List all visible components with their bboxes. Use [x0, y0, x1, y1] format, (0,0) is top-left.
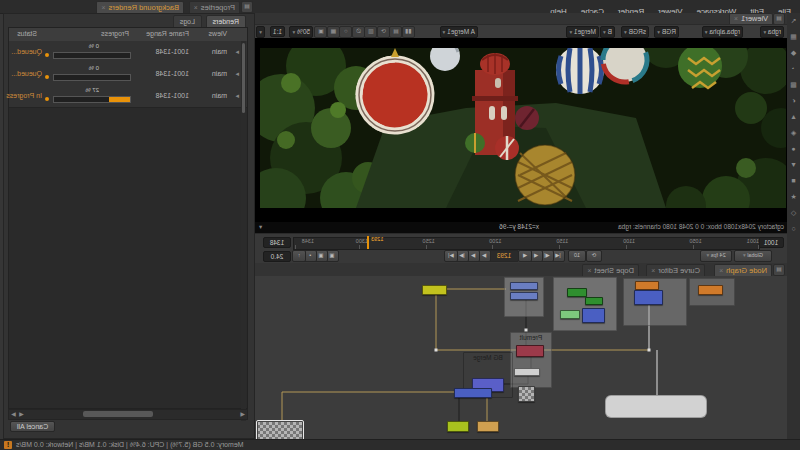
timeline-lock-icon[interactable]: ↑ [292, 250, 306, 262]
scroll-left-icon[interactable]: ◀ [240, 410, 245, 419]
viewer-settings-caret[interactable]: ▾ [256, 26, 265, 38]
merge-icon[interactable]: ● [787, 141, 800, 157]
keyer-icon[interactable]: ◈ [787, 125, 800, 141]
display-dropdown[interactable]: RGB ▾ [654, 26, 679, 38]
scroll-thumb[interactable] [83, 411, 153, 417]
dot-node[interactable] [514, 368, 540, 376]
mask-icon[interactable]: ▦ [327, 26, 340, 38]
table-row[interactable]: ▸main1001-13480 %Queued... [9, 41, 247, 64]
close-icon[interactable]: × [719, 267, 723, 274]
grade-node[interactable] [698, 285, 723, 295]
viewer-toolbar: rgba ▾ rgba.alpha ▾ RGB ▾ sRGB ▾ B ▾ Mer… [255, 24, 787, 39]
transport-back-button[interactable]: ◀ [518, 250, 532, 262]
merge-node[interactable] [454, 388, 492, 398]
draw-icon[interactable]: ◆ [787, 45, 800, 61]
a-input-dropdown[interactable]: A Merge1 ▾ [440, 26, 478, 38]
dot-node[interactable] [510, 282, 538, 290]
transform-icon[interactable]: ▼ [787, 157, 800, 173]
backdrop-node[interactable] [605, 395, 707, 418]
clip-warning-icon[interactable]: ∅ [352, 26, 365, 38]
close-icon[interactable]: × [194, 4, 198, 11]
frame-increment-field[interactable]: 10 [568, 250, 586, 262]
tab-background-renders[interactable]: Background Renders× [96, 1, 184, 13]
render-queue-table: Views Frame Range Progress Status ▸main1… [8, 27, 248, 409]
loop-mode-button[interactable]: ⟳ [586, 250, 602, 262]
transport-fwd-button[interactable]: ▶| [444, 250, 458, 262]
grade-node[interactable] [477, 421, 499, 432]
filter-icon[interactable]: ▲ [787, 109, 800, 125]
roto-node[interactable] [560, 310, 580, 319]
pane-menu-icon[interactable]: ▤ [773, 264, 785, 276]
proxy-icon[interactable]: ▥ [365, 26, 378, 38]
b-buffer-label[interactable]: B ▾ [600, 26, 615, 38]
close-icon[interactable]: × [587, 267, 591, 274]
gamma-icon[interactable]: ○ [340, 26, 353, 38]
range-start-field[interactable]: 1001 [758, 237, 784, 248]
b-input-dropdown[interactable]: Merge1 ▾ [566, 26, 599, 38]
grade-node[interactable] [635, 281, 659, 290]
node-graph-canvas[interactable]: PremultBG Merge [255, 276, 787, 439]
scroll-left2-icon[interactable]: ◀ [19, 410, 24, 419]
cancel-all-button[interactable]: Cancel All [10, 421, 55, 432]
close-icon[interactable]: × [734, 15, 738, 22]
time-icon[interactable]: ◔ [787, 61, 800, 77]
warning-icon[interactable]: ! [4, 441, 12, 449]
merge-node[interactable] [634, 290, 663, 305]
scroll-right-icon[interactable]: ▶ [11, 410, 16, 419]
viewer-display[interactable]: cgfactory 2048x1080 bbox: 0 0 2048 1080 … [255, 38, 787, 233]
vertical-scrollbar[interactable] [241, 41, 246, 421]
histogram-icon[interactable]: ▤ [390, 26, 403, 38]
table-row[interactable]: ▸main1001-13480 %Queued... [9, 63, 247, 86]
deep-icon[interactable]: ◇ [787, 205, 800, 221]
progress-bar [53, 52, 131, 59]
backdrop-node[interactable]: Premult [510, 332, 552, 388]
horizontal-scrollbar[interactable]: ◀ ◀ ▶ [8, 409, 248, 420]
keyer-node[interactable] [585, 297, 603, 305]
colorspace-dropdown[interactable]: sRGB ▾ [621, 26, 649, 38]
views-icon[interactable]: ○ [787, 221, 800, 237]
close-icon[interactable]: × [101, 4, 105, 11]
channel-dropdown[interactable]: rgba.alpha ▾ [702, 26, 743, 38]
ruler-tick [492, 245, 493, 249]
pane-menu-icon[interactable]: ▤ [241, 1, 253, 13]
refresh-icon[interactable]: ⟳ [377, 26, 390, 38]
pause-icon[interactable]: ▮▮ [402, 26, 415, 38]
tab-viewer1[interactable]: Viewer1× [729, 13, 773, 24]
row-expander-icon[interactable]: ▸ [235, 48, 239, 56]
color-icon[interactable]: ◐ [787, 93, 800, 109]
info-menu-caret[interactable]: ▾ [259, 223, 262, 231]
range-mode-dropdown[interactable]: Global ▾ [734, 250, 772, 262]
merge-node[interactable] [582, 308, 605, 323]
channel-icon[interactable]: ▩ [787, 77, 800, 93]
zoom-level-box[interactable]: 1:1 [270, 26, 285, 37]
close-icon[interactable]: × [651, 267, 655, 274]
layer-dropdown[interactable]: rgba ▾ [760, 26, 784, 38]
3d-icon[interactable]: ■ [787, 173, 800, 189]
range-end-field[interactable]: 1348 [263, 237, 291, 248]
read-node[interactable] [518, 386, 535, 402]
fps-dropdown[interactable]: 24 fps ▾ [700, 250, 732, 262]
premult-node[interactable] [516, 345, 544, 357]
status-led [45, 97, 49, 101]
shuffle-node[interactable] [447, 421, 469, 432]
roi-icon[interactable]: ▣ [315, 26, 328, 38]
current-frame-field[interactable]: 1293 [489, 250, 519, 262]
playhead[interactable] [367, 236, 369, 249]
cursor-icon[interactable]: ↖ [787, 13, 800, 29]
image-icon[interactable]: ▦ [787, 29, 800, 45]
keyer-node[interactable] [567, 288, 587, 297]
frame-ruler[interactable]: 10011050110011501200125013001348 1293 [293, 237, 760, 250]
table-row[interactable]: ▸main1001-134827 %In Progress [9, 85, 247, 108]
row-expander-icon[interactable]: ▸ [235, 92, 239, 100]
tab-background-renders-label: Background Renders [109, 3, 179, 12]
read-node[interactable] [257, 421, 303, 439]
wire-dot [435, 349, 438, 352]
constant-node[interactable] [422, 285, 447, 295]
row-expander-icon[interactable]: ▸ [235, 70, 239, 78]
tab-properties[interactable]: Properties× [189, 1, 240, 13]
fps-readout: 24.0 [263, 251, 291, 262]
gain-dropdown[interactable]: 50% ▾ [289, 26, 313, 38]
read-thumbnail [258, 422, 302, 439]
dot-node[interactable] [510, 292, 538, 300]
particles-icon[interactable]: ★ [787, 189, 800, 205]
